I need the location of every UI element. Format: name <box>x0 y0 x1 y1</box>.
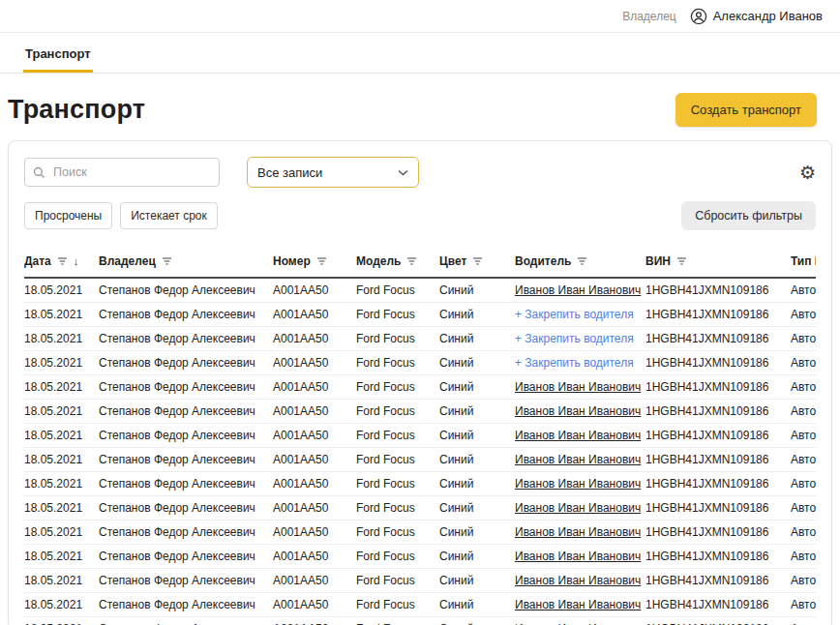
arrow-down-icon[interactable]: ↓ <box>74 255 79 267</box>
column-header-owner[interactable]: Владелец <box>99 246 273 278</box>
cell-number: A001AA50 <box>273 521 356 545</box>
column-label: Дата <box>24 254 51 268</box>
cell-driver: Иванов Иван Иванович <box>515 496 645 521</box>
create-transport-button[interactable]: Создать транспорт <box>675 93 817 127</box>
cell-owner: Степанов Федор Алексеевич <box>99 424 273 448</box>
reset-filters-button[interactable]: Сбросить фильтры <box>681 201 816 230</box>
column-header-color[interactable]: Цвет <box>439 246 515 278</box>
cell-vin: 1HGBH41JXMN109186 <box>645 617 791 625</box>
cell-vin: 1HGBH41JXMN109186 <box>645 545 791 569</box>
filter-icon[interactable] <box>316 256 327 266</box>
cell-gearbox: Автомат <box>791 278 816 303</box>
cell-vin: 1HGBH41JXMN109186 <box>645 278 791 303</box>
table-row: 18.05.2021Степанов Федор АлексеевичA001A… <box>24 375 816 400</box>
topbar: Владелец Александр Иванов <box>0 0 840 33</box>
filter-icon[interactable] <box>162 256 172 266</box>
filter-icon[interactable] <box>472 256 483 266</box>
filter-icon[interactable] <box>57 256 68 266</box>
records-select[interactable]: Все записи <box>247 157 419 188</box>
cell-date: 18.05.2021 <box>24 400 99 424</box>
quick-filters: Просрочены Истекает срок Сбросить фильтр… <box>24 201 816 230</box>
cell-owner: Степанов Федор Алексеевич <box>99 278 273 303</box>
cell-color: Синий <box>439 472 515 496</box>
cell-owner: Степанов Федор Алексеевич <box>99 617 273 625</box>
cell-model: Ford Focus <box>356 496 439 521</box>
cell-number: A001AA50 <box>273 424 356 448</box>
cell-color: Синий <box>439 327 515 351</box>
cell-gearbox: Автомат <box>791 424 816 448</box>
cell-model: Ford Focus <box>356 278 439 303</box>
cell-color: Синий <box>439 375 515 400</box>
cell-model: Ford Focus <box>356 351 439 375</box>
cell-gearbox: Автомат <box>791 617 816 625</box>
page-title: Транспорт <box>8 95 145 125</box>
cell-driver: + Закрепить водителя <box>515 351 645 375</box>
cell-driver: + Закрепить водителя <box>515 327 645 351</box>
column-header-model[interactable]: Модель <box>356 246 439 278</box>
cell-number: A001AA50 <box>273 448 356 472</box>
cell-color: Синий <box>439 545 515 569</box>
cell-number: A001AA50 <box>273 617 356 625</box>
column-label: Водитель <box>515 254 571 268</box>
cell-date: 18.05.2021 <box>24 472 99 496</box>
driver-link[interactable]: Иванов Иван Иванович <box>515 404 641 418</box>
cell-model: Ford Focus <box>356 545 439 569</box>
filter-icon[interactable] <box>577 256 587 266</box>
driver-link[interactable]: Иванов Иван Иванович <box>515 598 641 611</box>
driver-link[interactable]: Иванов Иван Иванович <box>515 550 641 563</box>
assign-driver-link[interactable]: + Закрепить водителя <box>515 356 634 370</box>
cell-driver: Иванов Иван Иванович <box>515 545 645 569</box>
assign-driver-link[interactable]: + Закрепить водителя <box>515 332 634 345</box>
cell-owner: Степанов Федор Алексеевич <box>99 400 273 424</box>
driver-link[interactable]: Иванов Иван Иванович <box>515 477 641 491</box>
driver-link[interactable]: Иванов Иван Иванович <box>515 574 641 587</box>
cell-model: Ford Focus <box>356 424 439 448</box>
gear-icon[interactable]: ⚙ <box>799 164 816 182</box>
cell-vin: 1HGBH41JXMN109186 <box>645 569 791 593</box>
filter-icon[interactable] <box>676 256 687 266</box>
filter-icon[interactable] <box>406 256 417 266</box>
driver-link[interactable]: Иванов Иван Иванович <box>515 283 641 297</box>
column-header-driver[interactable]: Водитель <box>515 246 645 278</box>
cell-driver: Иванов Иван Иванович <box>515 375 645 400</box>
chip-overdue[interactable]: Просрочены <box>24 202 112 229</box>
cell-vin: 1HGBH41JXMN109186 <box>645 448 791 472</box>
table-body: 18.05.2021Степанов Федор АлексеевичA001A… <box>24 278 816 625</box>
column-header-number[interactable]: Номер <box>273 246 356 278</box>
driver-link[interactable]: Иванов Иван Иванович <box>515 501 641 515</box>
cell-number: A001AA50 <box>273 545 356 569</box>
cell-gearbox: Автомат <box>791 303 816 327</box>
column-label: ВИН <box>645 254 671 268</box>
column-header-date[interactable]: Дата↓ <box>24 246 99 278</box>
table-row: 18.05.2021Степанов Федор АлексеевичA001A… <box>24 327 816 351</box>
column-header-vin[interactable]: ВИН <box>645 246 791 278</box>
cell-driver: Иванов Иван Иванович <box>515 593 645 617</box>
table-row: 18.05.2021Степанов Федор АлексеевичA001A… <box>24 424 816 448</box>
driver-link[interactable]: Иванов Иван Иванович <box>515 429 641 442</box>
table-header-row: Дата↓ВладелецНомерМодельЦветВодительВИНТ… <box>24 246 816 278</box>
column-label: Номер <box>273 254 311 268</box>
table-row: 18.05.2021Степанов Федор АлексеевичA001A… <box>24 278 816 303</box>
column-label: Цвет <box>439 254 466 268</box>
tab-transport[interactable]: Транспорт <box>23 46 93 73</box>
cell-gearbox: Автомат <box>791 593 816 617</box>
user-menu[interactable]: Александр Иванов <box>690 8 823 25</box>
cell-color: Синий <box>439 448 515 472</box>
assign-driver-link[interactable]: + Закрепить водителя <box>515 308 634 321</box>
table-row: 18.05.2021Степанов Федор АлексеевичA001A… <box>24 521 816 545</box>
cell-date: 18.05.2021 <box>24 303 99 327</box>
search-icon <box>33 166 45 179</box>
driver-link[interactable]: Иванов Иван Иванович <box>515 453 641 466</box>
cell-model: Ford Focus <box>356 400 439 424</box>
driver-link[interactable]: Иванов Иван Иванович <box>515 525 641 539</box>
cell-gearbox: Автомат <box>791 496 816 521</box>
driver-link[interactable]: Иванов Иван Иванович <box>515 380 641 394</box>
cell-owner: Степанов Федор Алексеевич <box>99 593 273 617</box>
cell-date: 18.05.2021 <box>24 521 99 545</box>
cell-model: Ford Focus <box>356 327 439 351</box>
search-input[interactable] <box>51 164 211 180</box>
cell-number: A001AA50 <box>273 351 356 375</box>
chip-expiring[interactable]: Истекает срок <box>120 202 218 229</box>
cell-number: A001AA50 <box>273 327 356 351</box>
cell-driver: Иванов Иван Иванович <box>515 278 645 303</box>
